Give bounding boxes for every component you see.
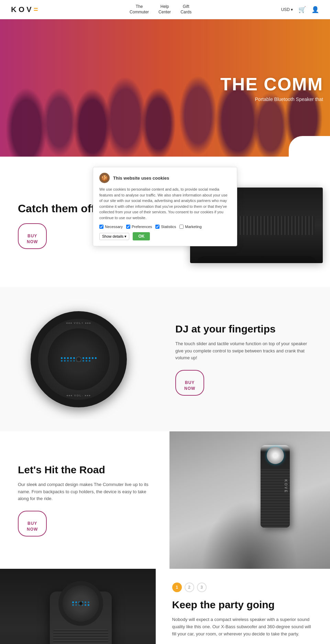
chevron-down-icon: ▾ (291, 7, 293, 12)
hero-title: THE COMM (220, 74, 323, 94)
section4-title: Keep the party going (172, 599, 314, 611)
cookie-statistics-label: Statistics (161, 225, 176, 229)
cookie-title: This website uses cookies (113, 176, 169, 181)
section2-title: DJ at your fingertips (175, 323, 312, 335)
logo-text: KOV= (11, 5, 40, 14)
section1-buy-button[interactable]: BUY NOW (18, 223, 47, 249)
nav-gift-cards[interactable]: Gift Cards (180, 4, 191, 15)
step-1-label: 1 (176, 585, 178, 590)
section3-content: Let's Hit the Road Our sleek and compact… (0, 431, 169, 569)
nav-help[interactable]: Help Center (158, 4, 171, 15)
section-road: Let's Hit the Road Our sleek and compact… (0, 431, 330, 569)
user-icon[interactable]: 👤 (311, 6, 319, 13)
cookie-body: We use cookies to personalise content an… (99, 187, 231, 221)
currency-label: USD (281, 7, 290, 12)
cookie-necessary-checkbox[interactable] (99, 225, 103, 229)
section3-title: Let's Hit the Road (18, 464, 152, 476)
cookie-necessary-label: Necessary (105, 225, 123, 229)
step-3-label: 3 (200, 585, 203, 590)
section3-description: Our sleek and compact design makes The C… (18, 481, 152, 502)
speaker-grill-vertical (261, 469, 290, 528)
cookie-marketing-label: Marketing (185, 225, 201, 229)
cart-icon[interactable]: 🛒 (298, 6, 306, 13)
cookie-marketing-checkbox[interactable] (179, 225, 184, 229)
hero-section: THE COMM Portable Bluetooth Speaker that (0, 19, 330, 157)
cookie-statistics[interactable]: Statistics (155, 225, 176, 229)
section2-buy-button[interactable]: BUY NOW (175, 370, 204, 395)
step-3[interactable]: 3 (197, 583, 207, 592)
cookie-preferences-label: Preferences (132, 225, 152, 229)
show-details-label: Show details (102, 234, 123, 238)
speaker-top-led (267, 447, 284, 464)
logo[interactable]: KOV= (11, 5, 40, 14)
cookie-header: 🍪 This website uses cookies (99, 173, 231, 183)
cookie-marketing[interactable]: Marketing (179, 225, 201, 229)
cookie-icon: 🍪 (99, 173, 110, 183)
speaker-in-car: KOVE (261, 445, 290, 528)
step-indicators: 1 2 3 (172, 583, 314, 592)
center-dot-2 (79, 601, 83, 606)
currency-selector[interactable]: USD ▾ (281, 7, 293, 12)
cookie-ok-button[interactable]: OK (133, 232, 150, 240)
speaker-inner (48, 328, 110, 390)
section4-description: Nobody will expect a compact wireless sp… (172, 616, 314, 637)
cookie-statistics-checkbox[interactable] (155, 225, 160, 229)
section-party: 1 2 3 Keep the party going Nobody will e… (0, 569, 330, 644)
vol-plus-label: ◂◂◂ VOL+ ▸▸▸ (66, 321, 91, 325)
speaker-grill-2 (53, 629, 108, 644)
section1-buy-label: BUY NOW (27, 234, 38, 244)
speaker-base (197, 256, 316, 263)
step-2-label: 2 (188, 585, 190, 590)
hero-subtitle: Portable Bluetooth Speaker that (220, 97, 323, 102)
nav-commuter[interactable]: The Commuter (130, 4, 149, 15)
section3-buy-button[interactable]: BUY NOW (18, 511, 47, 536)
hero-decoration (289, 136, 330, 157)
header: KOV= The Commuter Help Center Gift Cards… (0, 0, 330, 19)
section-dj: ◂◂◂ VOL+ ▸▸▸ ◂◂◂ VOL- ▸▸▸ DJ at your fin… (0, 287, 330, 431)
section2-content: DJ at your fingertips The touch slider a… (157, 307, 330, 412)
step-1[interactable]: 1 (172, 583, 182, 592)
section4-content: 1 2 3 Keep the party going Nobody will e… (156, 569, 330, 644)
show-details-button[interactable]: Show details ▾ (99, 233, 129, 240)
section4-image (0, 569, 156, 644)
speaker-body (50, 591, 112, 644)
step-2[interactable]: 2 (185, 583, 194, 592)
nav-right: USD ▾ 🛒 👤 (281, 6, 319, 13)
kove-side-text: KOVE (284, 479, 288, 493)
cookie-banner: 🍪 This website uses cookies We use cooki… (93, 167, 237, 246)
section3-image: KOVE (169, 431, 330, 569)
speaker-round: ◂◂◂ VOL+ ▸▸▸ ◂◂◂ VOL- ▸▸▸ (31, 311, 127, 407)
section2-image: ◂◂◂ VOL+ ▸▸▸ ◂◂◂ VOL- ▸▸▸ (0, 299, 157, 419)
speaker-outer: ◂◂◂ VOL+ ▸▸▸ ◂◂◂ VOL- ▸▸▸ (31, 311, 127, 407)
main-nav: The Commuter Help Center Gift Cards (130, 4, 191, 15)
vol-minus-label: ◂◂◂ VOL- ▸▸▸ (66, 394, 91, 397)
cookie-preferences-checkbox[interactable] (126, 225, 130, 229)
section2-description: The touch slider and tactile volume func… (175, 340, 312, 362)
cookie-options: Necessary Preferences Statistics Marketi… (99, 225, 231, 240)
cookie-preferences[interactable]: Preferences (126, 225, 152, 229)
chevron-down-icon: ▾ (124, 234, 126, 239)
section3-buy-label: BUY NOW (27, 521, 38, 532)
speaker-top-circle (58, 581, 103, 626)
cookie-necessary[interactable]: Necessary (99, 225, 123, 229)
section2-buy-label: BUY NOW (184, 380, 195, 391)
